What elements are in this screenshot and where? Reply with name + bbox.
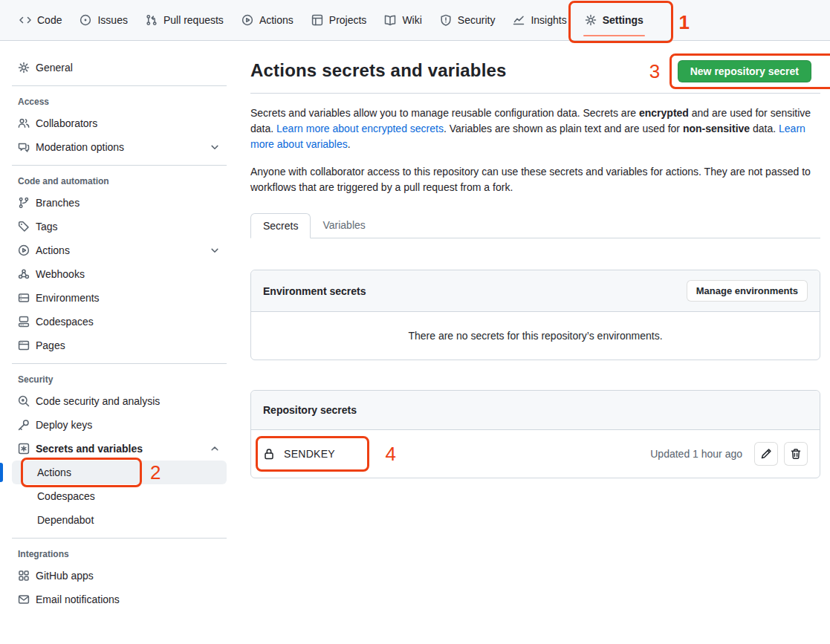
sidebar-item-label: Pages [36,339,65,351]
shield-icon [440,14,452,26]
environment-secrets-title: Environment secrets [263,285,366,297]
environment-secrets-empty-message: There are no secrets for this repository… [251,312,820,360]
sidebar-subitem-codespaces[interactable]: Codespaces [12,484,227,508]
tab-pull-requests[interactable]: Pull requests [138,9,231,31]
sidebar-item-email-notifications[interactable]: Email notifications [12,588,227,611]
sidebar-item-pages[interactable]: Pages [12,334,227,357]
sidebar-subitem-dependabot[interactable]: Dependabot [12,508,227,532]
tab-settings-label: Settings [603,14,643,26]
secrets-description: Secrets and variables allow you to manag… [250,105,820,152]
sidebar-item-label: Actions [37,466,71,478]
chevron-up-icon [209,443,221,455]
sidebar-section-security: Security [12,374,227,385]
key-icon [18,419,30,431]
tab-issues-label: Issues [97,14,127,26]
git-pull-request-icon [146,14,158,26]
mail-icon [18,593,30,605]
sidebar-item-label: Secrets and variables [36,443,143,455]
comment-discussion-icon [18,141,30,153]
apps-icon [18,570,30,582]
sidebar-item-label: Collaborators [36,117,97,129]
encrypted-emphasis: encrypted [639,107,689,119]
gear-icon [585,14,597,26]
tab-insights[interactable]: Insights [505,9,574,31]
sidebar-divider [12,363,227,364]
sidebar-item-label: Tags [36,221,58,232]
sidebar-item-actions[interactable]: Actions [12,238,227,262]
sidebar-item-codespaces[interactable]: Codespaces [12,310,227,334]
sidebar-item-label: Actions [36,244,70,256]
tab-code-label: Code [37,14,62,26]
tab-projects-label: Projects [329,14,367,26]
tab-wiki-label: Wiki [402,14,421,26]
sidebar-item-code-security[interactable]: Code security and analysis [12,389,227,413]
tab-projects[interactable]: Projects [304,9,375,31]
sidebar-item-collaborators[interactable]: Collaborators [12,111,227,135]
annotation-number-2: 2 [150,461,161,484]
sidebar-section-access: Access [12,97,227,107]
tab-wiki[interactable]: Wiki [377,9,429,31]
tab-insights-label: Insights [531,14,566,26]
sidebar-item-github-apps[interactable]: GitHub apps [12,564,227,588]
tab-variables[interactable]: Variables [311,213,377,238]
delete-secret-button[interactable] [784,442,808,466]
page-title: Actions secrets and variables [250,60,507,81]
git-branch-icon [18,197,30,209]
annotation-number-4: 4 [386,443,396,466]
tab-settings[interactable]: Settings 1 [577,9,651,31]
manage-environments-button[interactable]: Manage environments [687,280,808,302]
sidebar-item-deploy-keys[interactable]: Deploy keys [12,413,227,437]
learn-more-encrypted-secrets-link[interactable]: Learn more about encrypted secrets [276,123,444,134]
sidebar-section-integrations: Integrations [12,549,227,559]
sidebar-item-label: Branches [36,197,80,209]
sidebar-item-label: Code security and analysis [36,395,160,407]
active-tab-underline [583,35,645,36]
browser-icon [18,339,30,351]
people-icon [18,117,30,129]
repo-tab-bar: Code Issues Pull requests Actions Projec… [0,0,830,41]
environment-secrets-header: Environment secrets Manage environments [251,270,820,312]
server-icon [18,292,30,304]
sidebar-item-tags[interactable]: Tags [12,215,227,238]
annotation-number-1: 1 [678,11,689,34]
sidebar-item-label: Webhooks [36,268,85,280]
codespaces-icon [18,316,30,328]
table-icon [311,14,323,26]
tab-secrets[interactable]: Secrets [250,213,311,238]
sidebar-divider [12,165,227,166]
sidebar-item-label: Email notifications [36,593,120,605]
sidebar-item-environments[interactable]: Environments [12,286,227,310]
tab-security-label: Security [458,14,496,26]
tab-security[interactable]: Security [432,9,503,31]
sidebar-item-branches[interactable]: Branches [12,191,227,215]
edit-secret-button[interactable] [754,442,778,466]
new-repository-secret-button[interactable]: New repository secret [678,60,811,82]
page-header: Actions secrets and variables New reposi… [250,60,820,94]
chevron-down-icon [209,244,221,256]
annotation-number-3: 3 [649,60,660,83]
repository-secrets-title: Repository secrets [263,404,357,416]
tab-issues[interactable]: Issues [72,9,134,31]
active-item-bar [0,463,3,482]
play-icon [241,14,253,26]
sidebar-item-label: Deploy keys [36,419,92,431]
sidebar-divider [12,538,227,539]
secret-row-actions: Updated 1 hour ago [650,442,808,466]
new-secret-button-wrap: New repository secret 3 [678,60,811,82]
sidebar-item-webhooks[interactable]: Webhooks [12,262,227,286]
sidebar-item-label: General [36,62,73,74]
sidebar-subitem-actions[interactable]: Actions 2 [12,461,227,484]
description-text: Secrets and variables allow you to manag… [250,107,639,119]
tab-code[interactable]: Code [12,9,69,31]
sidebar-item-label: Environments [36,292,100,304]
sidebar-item-moderation-options[interactable]: Moderation options [12,135,227,159]
secret-name-wrap: SENDKEY 4 [263,443,335,464]
sidebar-item-general[interactable]: General [12,56,227,79]
sidebar-item-secrets-and-variables[interactable]: Secrets and variables [12,437,227,461]
repository-secrets-box: Repository secrets SENDKEY 4 Updated 1 h… [250,390,820,478]
tab-actions[interactable]: Actions [234,9,301,31]
secret-name: SENDKEY [284,448,335,460]
tab-pull-requests-label: Pull requests [163,14,224,26]
main-content: Actions secrets and variables New reposi… [239,41,830,644]
codescan-icon [18,395,30,407]
